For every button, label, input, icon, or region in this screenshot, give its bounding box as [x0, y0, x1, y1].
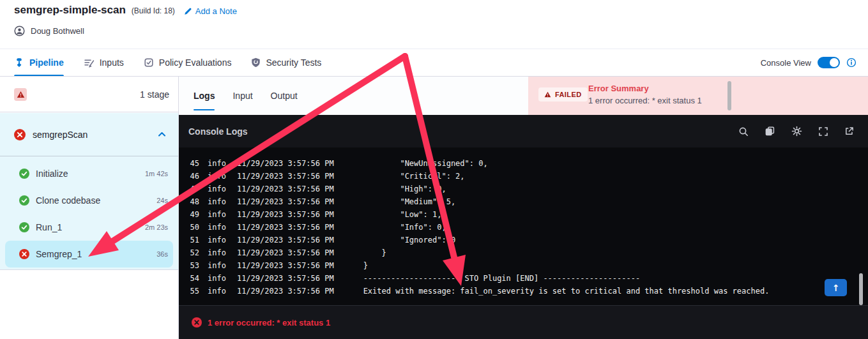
tab-label: Policy Evaluations [159, 57, 232, 68]
log-line: 50info11/29/2023 3:57:56 PM "Info": 0, [179, 221, 868, 234]
settings-icon[interactable] [791, 126, 802, 137]
tab-label: Inputs [100, 57, 124, 68]
banner-scrollbar-thumb[interactable] [727, 81, 731, 110]
stage-section: semgrepScan Initialize1m 42sClone codeba… [0, 113, 178, 270]
tab-inputs[interactable]: Inputs [84, 49, 124, 76]
log-line-number: 45 [188, 159, 199, 168]
warning-triangle-icon [544, 91, 551, 98]
warning-badge[interactable] [14, 88, 27, 101]
error-summary-texts: Error Summary 1 error occurred: * exit s… [588, 84, 702, 105]
log-line: 53info11/29/2023 3:57:56 PM} [179, 259, 868, 272]
title-row: semgrep-simple-scan (Build Id: 18) Add a… [14, 4, 237, 17]
add-note-label: Add a Note [195, 6, 237, 16]
info-icon[interactable] [846, 57, 857, 68]
log-line: 54info11/29/2023 3:57:56 PM-------------… [179, 272, 868, 285]
error-circle-icon [192, 317, 202, 328]
open-in-new-icon[interactable] [844, 126, 854, 136]
console-logs-panel: Console Logs 45info11/29/2023 3:57:56 PM… [179, 115, 868, 339]
log-timestamp: 11/29/2023 3:57:56 PM [237, 274, 334, 283]
step-duration: 24s [156, 197, 168, 204]
log-level: info [208, 248, 226, 257]
log-message: "NewUnassigned": 0, [363, 159, 488, 168]
sidebar-step-initialize[interactable]: Initialize1m 42s [5, 160, 173, 187]
log-level: info [208, 287, 226, 296]
console-scrollbar-thumb[interactable] [859, 273, 863, 305]
pipeline-tabbar: PipelineInputsPolicy EvaluationsSecurity… [0, 49, 868, 77]
log-message: --------------------- STO Plugin [END] -… [363, 274, 640, 283]
tab-label: Pipeline [29, 57, 64, 68]
stage-count-row: 1 stage [0, 77, 178, 112]
step-duration: 1m 42s [145, 170, 168, 177]
console-view-toggle[interactable] [818, 57, 840, 68]
execution-main: LogsInputOutput FAILED Error Summary 1 e… [179, 77, 868, 339]
console-logs-title: Console Logs [188, 126, 248, 137]
chevron-up-icon[interactable] [157, 130, 167, 139]
user-row: Doug Bothwell [14, 26, 84, 36]
log-timestamp: 11/29/2023 3:57:56 PM [237, 236, 334, 245]
policy-evaluations-icon [144, 57, 154, 68]
fullscreen-icon[interactable] [818, 126, 828, 137]
log-timestamp: 11/29/2023 3:57:56 PM [237, 197, 334, 206]
sidebar-step-run-1[interactable]: Run_12m 23s [5, 214, 173, 241]
log-message: Exited with message: fail_on_severity is… [363, 287, 770, 296]
stage-count: 1 stage [140, 89, 169, 100]
build-id: (Build Id: 18) [132, 6, 175, 15]
log-line-number: 49 [188, 210, 199, 219]
execution-sidebar: 1 stage semgrepScan Initialize1m 42sClon… [0, 77, 179, 339]
failed-badge-label: FAILED [555, 91, 582, 98]
stage-header-semgrepscan[interactable]: semgrepScan [0, 113, 178, 156]
copy-icon[interactable] [765, 126, 775, 137]
log-message: } [363, 261, 368, 270]
log-message: "Critical": 2, [363, 172, 465, 181]
log-level: info [208, 172, 226, 181]
log-line: 47info11/29/2023 3:57:56 PM "High": 0, [179, 183, 868, 195]
log-timestamp: 11/29/2023 3:57:56 PM [237, 210, 334, 219]
log-line-number: 50 [188, 223, 199, 232]
search-icon[interactable] [738, 126, 749, 137]
log-level: info [208, 159, 226, 168]
tab-label: Input [232, 91, 252, 101]
log-line-number: 55 [188, 287, 199, 296]
log-line-number: 52 [188, 248, 199, 257]
log-line-number: 47 [188, 185, 199, 193]
scroll-to-top-button[interactable]: ↑ [825, 279, 847, 296]
check-circle-icon [19, 222, 29, 232]
pipeline-tabs: PipelineInputsPolicy EvaluationsSecurity… [14, 49, 341, 76]
error-circle-icon [14, 129, 26, 140]
error-summary-title: Error Summary [588, 84, 702, 93]
inputs-icon [84, 57, 95, 68]
tab-input[interactable]: Input [232, 77, 252, 115]
tab-policy-evaluations[interactable]: Policy Evaluations [144, 49, 232, 76]
sidebar-step-clone-codebase[interactable]: Clone codebase24s [5, 187, 173, 214]
pipeline-icon [14, 57, 24, 68]
log-level: info [208, 261, 226, 270]
step-name: Initialize [36, 169, 145, 179]
log-line: 51info11/29/2023 3:57:56 PM "Ignored": 0 [179, 234, 868, 246]
log-timestamp: 11/29/2023 3:57:56 PM [237, 172, 334, 181]
check-circle-icon [19, 169, 29, 179]
log-level: info [208, 210, 226, 219]
toggle-knob [830, 58, 839, 67]
pencil-icon [184, 7, 192, 15]
log-timestamp: 11/29/2023 3:57:56 PM [237, 287, 334, 296]
log-message: "Info": 0, [363, 223, 446, 232]
log-line-number: 53 [188, 261, 199, 270]
log-level: info [208, 274, 226, 283]
add-note-button[interactable]: Add a Note [184, 6, 237, 16]
stage-steps: Initialize1m 42sClone codebase24sRun_12m… [0, 156, 178, 267]
tab-output[interactable]: Output [271, 77, 298, 115]
step-duration: 2m 23s [145, 223, 168, 231]
log-message: "High": 0, [363, 185, 446, 193]
tab-label: Output [271, 91, 298, 101]
build-header: semgrep-simple-scan (Build Id: 18) Add a… [0, 0, 868, 49]
console-toolbar [738, 126, 854, 137]
tab-logs[interactable]: Logs [194, 77, 215, 115]
stage-name: semgrepScan [33, 130, 150, 140]
tab-security-tests[interactable]: Security Tests [251, 49, 321, 76]
failed-badge: FAILED [538, 87, 588, 102]
log-level: info [208, 223, 226, 232]
console-view-label: Console View [761, 58, 811, 68]
log-message: "Ignored": 0 [363, 236, 456, 245]
tab-pipeline[interactable]: Pipeline [14, 49, 64, 76]
sidebar-step-semgrep-1[interactable]: Semgrep_136s [5, 241, 173, 267]
